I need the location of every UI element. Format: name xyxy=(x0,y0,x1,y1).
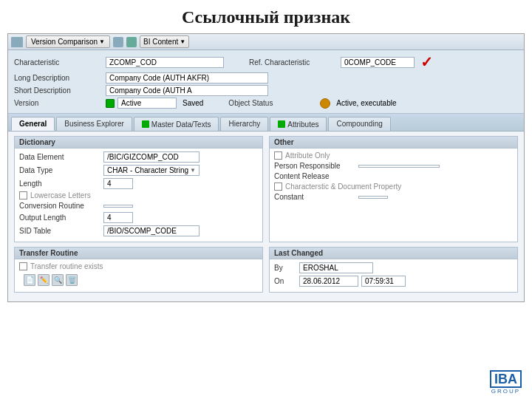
last-changed-header: Last Changed xyxy=(270,248,517,259)
toolbar: Version Comparison ▼ BI Content ▼ xyxy=(8,34,524,50)
person-responsible-label: Person Responsible xyxy=(274,162,355,170)
transfer-icon4[interactable]: 🗑️ xyxy=(66,274,78,286)
properties-area: Characteristic ZCOMP_COD Ref. Characteri… xyxy=(8,50,524,114)
by-row: By EROSHAL xyxy=(274,262,513,273)
iba-text: IBA xyxy=(494,372,517,386)
ref-characteristic-value: 0COMP_CODE xyxy=(341,57,415,68)
transfer-routine-checkbox[interactable] xyxy=(19,262,27,270)
tab-general-label: General xyxy=(19,120,47,128)
object-status-value: Active, executable xyxy=(333,98,399,108)
toolbar-icon3 xyxy=(126,37,137,47)
person-responsible-row: Person Responsible xyxy=(274,162,513,170)
data-element-label: Data Element xyxy=(19,153,100,161)
version-status-box: Active Saved xyxy=(106,98,203,109)
constant-label: Constant xyxy=(274,193,355,201)
content-release-label: Content Release xyxy=(274,172,355,180)
tab-attributes-label: Attributes xyxy=(287,120,318,129)
attribute-only-row: Attribute Only xyxy=(274,151,513,160)
characteristic-doc-label: Characterstic & Document Property xyxy=(285,183,401,191)
version-value: Active xyxy=(121,99,141,107)
sid-table-row: SID Table /BIO/SCOMP_CODE xyxy=(19,225,258,236)
length-row: Length 4 xyxy=(19,178,258,189)
attribute-only-checkbox[interactable] xyxy=(274,151,282,160)
characteristic-row: Characteristic ZCOMP_COD Ref. Characteri… xyxy=(14,53,518,71)
transfer-routine-checkbox-row: Transfer routine exists xyxy=(19,262,258,270)
dropdown-arrow-icon: ▼ xyxy=(99,38,105,45)
tabs-bar: General Business Explorer Master Data/Te… xyxy=(8,114,524,132)
on-row: On 28.06.2012 07:59:31 xyxy=(274,276,513,287)
iba-logo: IBA GROUP xyxy=(490,370,522,395)
version-dropdown[interactable]: Active xyxy=(117,98,177,109)
page-title: Ссылочный признак xyxy=(0,0,532,33)
attribute-only-label: Attribute Only xyxy=(285,151,330,160)
version-comparison-button[interactable]: Version Comparison ▼ xyxy=(26,35,110,48)
bi-content-button[interactable]: BI Content ▼ xyxy=(140,35,189,48)
tab-business-explorer-label: Business Explorer xyxy=(64,120,124,128)
tab-attributes[interactable]: Attributes xyxy=(270,117,327,131)
status-green-icon xyxy=(106,99,115,108)
transfer-icon1[interactable]: 📄 xyxy=(24,274,35,286)
dictionary-body: Data Element /BIC/GIZCOMP_COD Data Type … xyxy=(15,149,262,242)
length-label: Length xyxy=(19,180,100,188)
checkmark-icon: ✓ xyxy=(420,53,433,71)
constant-value xyxy=(358,196,388,199)
data-type-label: Data Type xyxy=(19,166,100,174)
on-label: On xyxy=(274,277,296,285)
lowercase-label: Lowercase Letters xyxy=(30,191,91,200)
on-time: 07:59:31 xyxy=(361,276,406,287)
content-area: Dictionary Data Element /BIC/GIZCOMP_COD… xyxy=(8,132,524,301)
version-comparison-label: Version Comparison xyxy=(31,38,98,46)
output-length-row: Output Length 4 xyxy=(19,212,258,223)
conversion-routine-value xyxy=(103,205,133,208)
tab-master-data-texts[interactable]: Master Data/Texts xyxy=(134,117,219,131)
data-type-dropdown-arrow-icon: ▼ xyxy=(190,167,196,174)
characteristic-doc-checkbox[interactable] xyxy=(274,183,282,191)
tab-general[interactable]: General xyxy=(11,117,55,131)
long-desc-label: Long Description xyxy=(14,74,103,82)
transfer-routine-body: Transfer routine exists 📄 ✏️ 🔍 🗑️ xyxy=(15,259,262,290)
content-release-row: Content Release xyxy=(274,172,513,180)
tab-compounding[interactable]: Compounding xyxy=(328,117,390,131)
version-label: Version xyxy=(14,99,103,107)
last-changed-body: By EROSHAL On 28.06.2012 07:59:31 xyxy=(270,259,517,292)
bottom-row: Transfer Routine Transfer routine exists… xyxy=(14,247,518,297)
tab-business-explorer[interactable]: Business Explorer xyxy=(56,117,132,131)
output-length-label: Output Length xyxy=(19,214,100,222)
short-desc-value: Company Code (AUTH A xyxy=(106,85,268,96)
tab-hierarchy[interactable]: Hierarchy xyxy=(220,117,268,131)
transfer-icon2[interactable]: ✏️ xyxy=(38,274,50,286)
lowercase-checkbox[interactable] xyxy=(19,191,27,200)
data-type-dropdown[interactable]: CHAR - Character String ▼ xyxy=(103,165,200,176)
dictionary-section: Dictionary Data Element /BIC/GIZCOMP_COD… xyxy=(14,136,263,242)
tab-attributes-icon xyxy=(278,120,285,128)
sid-table-label: SID Table xyxy=(19,227,100,235)
transfer-routine-section: Transfer Routine Transfer routine exists… xyxy=(14,247,263,293)
iba-box: IBA xyxy=(490,370,522,388)
toolbar-icon2 xyxy=(113,37,123,47)
constant-row: Constant xyxy=(274,193,513,201)
transfer-routine-checkbox-label: Transfer routine exists xyxy=(30,262,103,270)
data-element-value: /BIC/GIZCOMP_COD xyxy=(103,151,200,163)
two-col-layout: Dictionary Data Element /BIC/GIZCOMP_COD… xyxy=(14,136,518,247)
iba-group-label: GROUP xyxy=(490,388,522,395)
characteristic-doc-row: Characterstic & Document Property xyxy=(274,183,513,191)
object-status-label: Object Status xyxy=(228,99,317,107)
tab-master-data-texts-label: Master Data/Texts xyxy=(151,120,211,129)
length-value: 4 xyxy=(103,178,133,189)
version-suffix: Saved xyxy=(183,99,203,107)
output-length-value: 4 xyxy=(103,212,133,223)
tab-hierarchy-label: Hierarchy xyxy=(228,120,260,128)
transfer-icon3[interactable]: 🔍 xyxy=(52,274,64,286)
short-desc-label: Short Description xyxy=(14,86,103,95)
object-status-icon xyxy=(320,98,330,109)
version-row: Version Active Saved Object Status Activ… xyxy=(14,98,518,109)
sid-table-value: /BIO/SCOMP_CODE xyxy=(103,225,200,236)
other-header: Other xyxy=(270,137,517,149)
characteristic-value: ZCOMP_COD xyxy=(106,57,224,68)
short-desc-row: Short Description Company Code (AUTH A xyxy=(14,85,518,96)
dictionary-header: Dictionary xyxy=(15,137,262,149)
toolbar-icon-doc xyxy=(11,37,23,47)
conversion-routine-row: Conversion Routine xyxy=(19,202,258,210)
bi-content-label: BI Content xyxy=(143,38,178,46)
last-changed-section: Last Changed By EROSHAL On 28.06.2012 07… xyxy=(269,247,518,293)
